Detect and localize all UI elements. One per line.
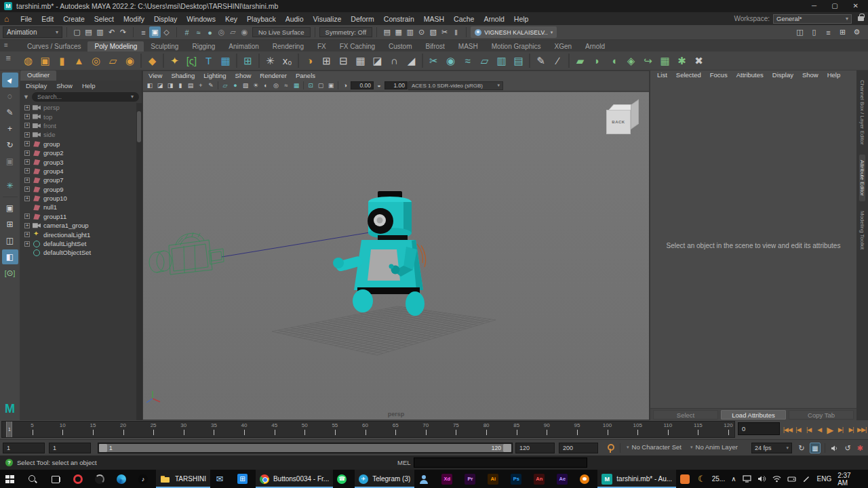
shelf-scroll-icon[interactable]: ≣ [5, 54, 11, 62]
poly-cube-icon[interactable]: ▣ [37, 53, 53, 68]
viewport-menu-item[interactable]: Panels [296, 72, 315, 79]
combine-icon[interactable]: ⊞ [319, 53, 334, 68]
monitor-icon[interactable] [743, 474, 751, 483]
tool-settings-toggle-icon[interactable]: ◫ [794, 26, 806, 38]
poly-plane-icon[interactable]: ▱ [105, 53, 121, 68]
use-all-lights-icon[interactable]: ☀ [251, 81, 260, 90]
anim-layer-dropdown[interactable]: ▾No Anim Layer [690, 443, 738, 451]
range-start-handle[interactable] [99, 444, 107, 452]
boolean-difference-icon[interactable]: ◗ [589, 53, 605, 68]
select-object-icon[interactable]: ▣ [149, 26, 161, 38]
image-plane-cube[interactable]: BACK [606, 104, 640, 136]
make-live-icon[interactable]: ◉ [239, 26, 250, 38]
poly-disc-icon[interactable]: ◉ [122, 53, 138, 68]
shelf-icon[interactable] [140, 54, 142, 68]
app-mail[interactable]: ✉ [210, 470, 233, 488]
attribute-editor-toggle-icon[interactable]: ⊞ [837, 26, 848, 38]
shadows-icon[interactable]: ◐ [261, 81, 271, 90]
shelf-tab[interactable]: Animation [222, 41, 265, 52]
shelf-tab[interactable]: Rigging [185, 41, 222, 52]
sidebar-vertical-tab[interactable]: Modeling Toolkit [859, 205, 865, 255]
sidebar-vertical-tab[interactable]: Channel Box / Layer Editor [859, 75, 865, 150]
menu-item[interactable]: File [16, 15, 37, 23]
app-adobe-animate[interactable]: An [530, 470, 553, 488]
attribute-editor-menu-item[interactable]: Help [827, 71, 841, 79]
boolean-union-icon[interactable]: ▰ [572, 53, 588, 68]
shelf-tab[interactable]: Motion Graphics [485, 41, 548, 52]
settings-toggle-icon[interactable]: ⚙ [851, 26, 863, 38]
multisample-icon[interactable]: ▦ [292, 81, 301, 90]
app-dark-circle[interactable] [91, 470, 113, 488]
shelf-icon[interactable] [568, 54, 570, 68]
universal-manipulator-tool[interactable]: ✳ [2, 178, 18, 193]
isolate-select-icon[interactable]: ⊡ [306, 81, 315, 90]
step-forward-key-button[interactable]: ▶| [835, 426, 846, 433]
outliner-item[interactable]: null1 [20, 203, 136, 211]
loop-icon[interactable]: ↻ [796, 443, 807, 453]
shelf-tab[interactable]: Sculpting [144, 41, 185, 52]
menu-item[interactable]: Playback [242, 15, 281, 23]
select-tool[interactable]: ► [2, 73, 18, 87]
sidebar-vertical-tab[interactable]: Attribute Editor [859, 155, 865, 201]
shelf-tab[interactable]: Curves / Surfaces [20, 41, 87, 52]
select-hierarchy-icon[interactable]: ≡ [138, 26, 149, 38]
smooth-shade-icon[interactable]: ● [231, 81, 240, 90]
pan-zoom-icon[interactable]: + [196, 81, 205, 90]
play-forward-button[interactable]: ▶ [825, 425, 835, 435]
render-settings-icon[interactable]: ⊙ [416, 26, 427, 38]
cleanup-icon[interactable]: ✱ [674, 53, 690, 68]
multi-cut-icon[interactable]: ✂ [426, 53, 441, 68]
app-whatsapp[interactable]: ☎ [333, 470, 355, 488]
screen-ao-icon[interactable]: ◎ [271, 81, 281, 90]
app-telegram[interactable]: ✈ Telegram (3) [355, 470, 414, 488]
zoom-tool[interactable]: [⊙] [2, 266, 18, 281]
minimize-button[interactable]: ─ [812, 0, 816, 12]
app-adobe-xd[interactable]: Xd [437, 470, 460, 488]
load-attributes-button[interactable]: Load Attributes [721, 410, 786, 420]
viewport-menu-item[interactable]: Show [235, 72, 252, 79]
retopologize-icon[interactable]: ↪ [640, 53, 656, 68]
poly-cylinder-icon[interactable]: ▮ [54, 53, 70, 68]
bridge-icon[interactable]: ∩ [387, 53, 402, 68]
snap-curve-icon[interactable]: ≈ [193, 26, 204, 38]
go-to-start-button[interactable]: |◀◀ [783, 426, 793, 433]
outliner-tab[interactable]: Outliner [20, 70, 56, 81]
viewport-menu-item[interactable]: Shading [171, 72, 195, 79]
bookmark-icon[interactable]: ▮ [176, 81, 185, 90]
app-adobe-premiere[interactable]: Pr [460, 470, 484, 488]
edge-slide-icon[interactable]: ∕ [550, 53, 566, 68]
menu-set-dropdown[interactable]: Animation▾ [3, 26, 62, 38]
booleans-icon[interactable]: ◑ [302, 53, 317, 68]
menu-item[interactable]: Windows [182, 15, 220, 23]
sweep-mesh-icon[interactable]: ✦ [167, 53, 182, 68]
menu-item[interactable]: Modify [119, 15, 149, 23]
tray-chevron-icon[interactable]: ∧ [731, 475, 736, 483]
textured-icon[interactable]: ▧ [241, 81, 250, 90]
outliner-item[interactable]: persp [20, 103, 136, 112]
construction-aid-icon[interactable]: ✳ [262, 53, 278, 68]
expand-toggle-icon[interactable] [24, 105, 30, 110]
expand-toggle-icon[interactable] [24, 123, 30, 128]
app-maya-tarshini[interactable]: M tarshini.mb* - Au... [597, 470, 676, 488]
outliner-item[interactable]: group [20, 140, 136, 148]
menu-item[interactable]: MASH [419, 15, 449, 23]
menu-item[interactable]: Create [58, 15, 90, 23]
xray-icon[interactable]: ▢ [316, 81, 326, 90]
poly-torus-icon[interactable]: ◎ [88, 53, 104, 68]
expand-toggle-icon[interactable] [24, 214, 30, 219]
wedge-icon[interactable]: ◢ [403, 53, 419, 68]
range-end-handle[interactable] [503, 444, 511, 452]
clock[interactable]: 2:37 AM [837, 472, 861, 487]
time-slider-track[interactable]: 5101520253035404550556065707580859095100… [1, 421, 735, 438]
attribute-editor-menu-item[interactable]: Selected [676, 71, 701, 79]
app-edge[interactable] [113, 470, 134, 488]
outliner-menu-item[interactable]: Help [82, 82, 96, 89]
viewport-panel[interactable]: ViewShadingLightingShowRendererPanels ◧◪… [142, 70, 650, 420]
step-back-key-button[interactable]: |◀ [804, 426, 814, 433]
two-pane-layout-button[interactable]: ◫ [2, 233, 18, 248]
app-person[interactable] [414, 470, 437, 488]
colorspace-dropdown[interactable]: ACES 1.0 SDR-video (sRGB)▾ [408, 81, 503, 90]
go-to-end-button[interactable]: ▶▶| [856, 426, 867, 433]
viewport-toolbar-icon[interactable] [338, 81, 338, 89]
shelf-icon[interactable] [298, 54, 299, 68]
